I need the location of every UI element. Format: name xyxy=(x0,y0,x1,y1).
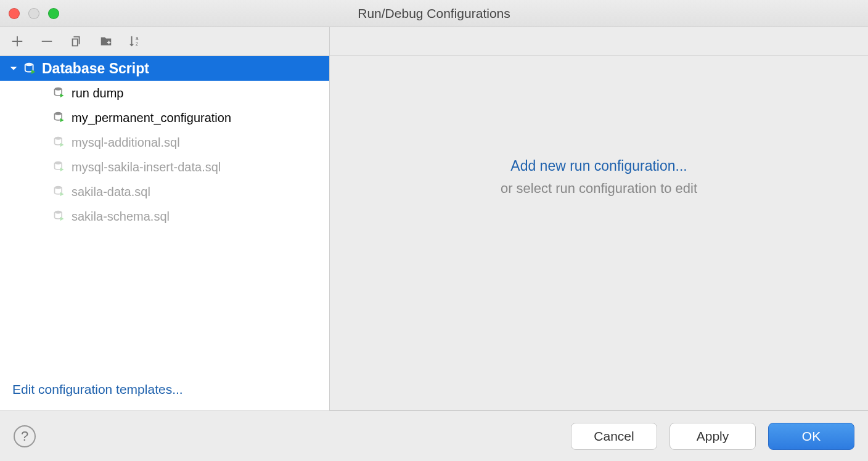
minus-icon xyxy=(40,35,54,48)
minimize-window-button[interactable] xyxy=(28,8,39,19)
folder-plus-icon xyxy=(99,35,113,48)
dialog-footer: ? Cancel Apply OK xyxy=(0,410,868,461)
tree-item-sakila-schema[interactable]: sakila-schema.sql xyxy=(0,204,329,229)
tree-item-label: sakila-schema.sql xyxy=(72,210,170,224)
tree-item-mysql-additional[interactable]: mysql-additional.sql xyxy=(0,130,329,155)
zoom-window-button[interactable] xyxy=(48,8,59,19)
database-run-icon xyxy=(23,62,37,75)
left-panel: a z Database Script xyxy=(0,27,330,410)
ok-button[interactable]: OK xyxy=(768,423,854,450)
add-config-button[interactable] xyxy=(9,33,25,49)
tree-item-my-permanent-configuration[interactable]: my_permanent_configuration xyxy=(0,105,329,130)
right-hint: or select run configuration to edit xyxy=(501,181,697,197)
save-config-button[interactable] xyxy=(98,33,114,49)
svg-point-3 xyxy=(55,88,62,91)
svg-text:z: z xyxy=(136,41,138,47)
right-empty-state: Add new run configuration... or select r… xyxy=(330,56,868,410)
tree-item-sakila-data[interactable]: sakila-data.sql xyxy=(0,179,329,204)
database-run-icon xyxy=(53,111,67,124)
sort-az-icon: a z xyxy=(128,35,143,48)
svg-point-2 xyxy=(25,63,33,67)
database-run-icon xyxy=(53,160,67,174)
left-footer: Edit configuration templates... xyxy=(0,373,329,410)
svg-point-4 xyxy=(55,112,62,115)
svg-point-5 xyxy=(55,137,62,140)
sort-config-button[interactable]: a z xyxy=(128,33,144,49)
close-window-button[interactable] xyxy=(9,8,20,19)
tree-item-run-dump[interactable]: run dump xyxy=(0,81,329,105)
window-controls xyxy=(9,8,59,19)
tree-group-label: Database Script xyxy=(42,60,149,77)
right-toolbar xyxy=(330,27,868,56)
tree-item-label: sakila-data.sql xyxy=(72,185,150,199)
question-icon: ? xyxy=(21,428,28,444)
dialog-body: a z Database Script xyxy=(0,27,868,410)
tree-item-label: mysql-sakila-insert-data.sql xyxy=(72,160,221,174)
database-run-icon xyxy=(53,185,67,198)
cancel-button[interactable]: Cancel xyxy=(571,423,657,450)
svg-point-7 xyxy=(55,186,62,189)
tree-item-label: my_permanent_configuration xyxy=(72,111,231,125)
plus-icon xyxy=(10,35,24,48)
tree-item-mysql-sakila-insert-data[interactable]: mysql-sakila-insert-data.sql xyxy=(0,155,329,179)
copy-config-button[interactable] xyxy=(68,33,84,49)
tree-group-database-script[interactable]: Database Script xyxy=(0,56,329,81)
database-run-icon xyxy=(53,210,67,223)
svg-text:a: a xyxy=(136,36,139,41)
add-new-config-link[interactable]: Add new run configuration... xyxy=(510,158,687,174)
config-tree[interactable]: Database Script run dump xyxy=(0,56,329,373)
tree-item-label: mysql-additional.sql xyxy=(72,136,180,150)
svg-point-8 xyxy=(55,211,62,214)
window-title: Run/Debug Configurations xyxy=(0,6,868,21)
right-panel: Add new run configuration... or select r… xyxy=(330,27,868,410)
titlebar: Run/Debug Configurations xyxy=(0,0,868,27)
left-toolbar: a z xyxy=(0,27,329,56)
tree-item-label: run dump xyxy=(72,86,124,100)
help-button[interactable]: ? xyxy=(14,425,36,447)
copy-icon xyxy=(70,35,83,48)
footer-buttons: Cancel Apply OK xyxy=(571,423,854,450)
apply-button[interactable]: Apply xyxy=(669,423,756,450)
database-run-icon xyxy=(53,136,67,149)
database-run-icon xyxy=(53,86,67,100)
chevron-down-icon xyxy=(9,63,18,73)
edit-templates-link[interactable]: Edit configuration templates... xyxy=(12,382,183,396)
remove-config-button[interactable] xyxy=(39,33,55,49)
svg-point-6 xyxy=(55,161,62,165)
